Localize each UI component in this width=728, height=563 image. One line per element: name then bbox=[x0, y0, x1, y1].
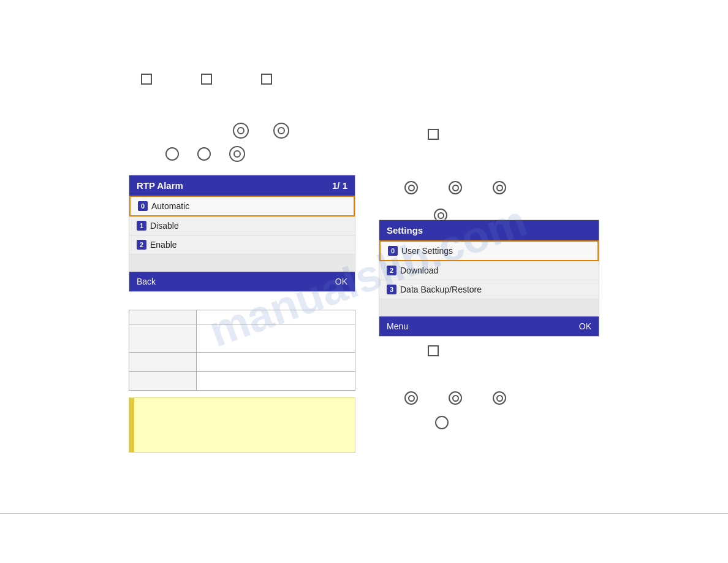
table-data-row-2 bbox=[129, 353, 355, 372]
right-disc-icon-2 bbox=[449, 181, 462, 194]
back-button[interactable]: Back bbox=[137, 277, 156, 286]
right-bottom-disc-3 bbox=[493, 391, 506, 405]
right-disc-icon-1 bbox=[404, 181, 418, 194]
disc-icon-1 bbox=[233, 123, 249, 139]
right-bottom-circle bbox=[435, 416, 449, 429]
rtp-alarm-menu: RTP Alarm 1/ 1 0 Automatic 1 Disable 2 E… bbox=[129, 175, 355, 292]
item-num-0: 0 bbox=[138, 201, 148, 211]
rtp-alarm-footer: Back OK bbox=[129, 272, 355, 291]
table-header-col1 bbox=[129, 310, 197, 324]
item-label-automatic: Automatic bbox=[151, 201, 189, 211]
table-area bbox=[129, 310, 355, 391]
right-bottom-icons-row bbox=[404, 391, 506, 405]
settings-label-user: User Settings bbox=[401, 246, 453, 256]
disc-icon-2 bbox=[273, 123, 289, 139]
settings-footer: Menu OK bbox=[379, 316, 599, 336]
table-cell-3-2 bbox=[197, 372, 355, 390]
right-disc-icon-3 bbox=[493, 181, 506, 194]
settings-num-2: 2 bbox=[387, 266, 396, 275]
right-bottom-checkbox[interactable] bbox=[428, 345, 439, 356]
settings-ok-button[interactable]: OK bbox=[579, 321, 591, 331]
settings-label-backup: Data Backup/Restore bbox=[400, 285, 482, 294]
radio-icon-1[interactable] bbox=[165, 147, 179, 161]
right-checkbox[interactable] bbox=[428, 129, 439, 140]
rtp-alarm-item-automatic[interactable]: 0 Automatic bbox=[129, 196, 355, 216]
radio-icon-2[interactable] bbox=[197, 147, 211, 161]
yellow-note-bar bbox=[129, 398, 134, 452]
rtp-alarm-item-enable[interactable]: 2 Enable bbox=[129, 236, 355, 255]
settings-gap bbox=[379, 299, 599, 316]
table-data-row-1 bbox=[129, 324, 355, 353]
settings-item-user[interactable]: 0 User Settings bbox=[379, 240, 599, 261]
settings-num-3: 3 bbox=[387, 285, 396, 294]
table-header-col2 bbox=[197, 310, 355, 324]
item-label-enable: Enable bbox=[150, 240, 177, 250]
bottom-divider bbox=[0, 513, 728, 514]
item-num-1: 1 bbox=[137, 221, 146, 231]
left-disc-icons-row1 bbox=[233, 123, 289, 139]
settings-title: Settings bbox=[387, 225, 423, 236]
right-disc-icons-row1 bbox=[404, 181, 506, 194]
settings-menu: Settings 0 User Settings 2 Download 3 Da… bbox=[379, 220, 599, 337]
item-num-2: 2 bbox=[137, 240, 146, 250]
page-container: manualslib.com RTP Alarm 1/ 1 0 Automati… bbox=[0, 0, 728, 563]
table-cell-2-1 bbox=[129, 353, 197, 371]
table-data-row-3 bbox=[129, 372, 355, 390]
rtp-alarm-item-disable[interactable]: 1 Disable bbox=[129, 216, 355, 236]
settings-num-0: 0 bbox=[388, 246, 398, 256]
ok-button[interactable]: OK bbox=[335, 277, 347, 286]
table-cell-1-2 bbox=[197, 324, 355, 352]
table-cell-1-1 bbox=[129, 324, 197, 352]
settings-item-download[interactable]: 2 Download bbox=[379, 261, 599, 280]
settings-menu-button[interactable]: Menu bbox=[387, 321, 408, 331]
table-cell-2-2 bbox=[197, 353, 355, 371]
table-header-row bbox=[129, 310, 355, 324]
menu-gap bbox=[129, 255, 355, 272]
settings-label-download: Download bbox=[400, 266, 438, 275]
rtp-alarm-title: RTP Alarm bbox=[137, 180, 183, 191]
settings-item-backup[interactable]: 3 Data Backup/Restore bbox=[379, 280, 599, 299]
top-checkbox-1[interactable] bbox=[141, 74, 152, 85]
top-checkbox-2[interactable] bbox=[201, 74, 212, 85]
left-icons-row2 bbox=[165, 146, 245, 162]
rtp-alarm-page: 1/ 1 bbox=[332, 180, 347, 191]
rtp-alarm-header: RTP Alarm 1/ 1 bbox=[129, 175, 355, 196]
top-checkbox-3[interactable] bbox=[261, 74, 272, 85]
table-cell-3-1 bbox=[129, 372, 197, 390]
right-bottom-disc-2 bbox=[449, 391, 462, 405]
item-label-disable: Disable bbox=[150, 221, 179, 231]
top-checkboxes bbox=[141, 74, 272, 85]
settings-header: Settings bbox=[379, 220, 599, 240]
yellow-note bbox=[129, 397, 355, 453]
disc-icon-3 bbox=[229, 146, 245, 162]
right-bottom-disc-1 bbox=[404, 391, 418, 405]
